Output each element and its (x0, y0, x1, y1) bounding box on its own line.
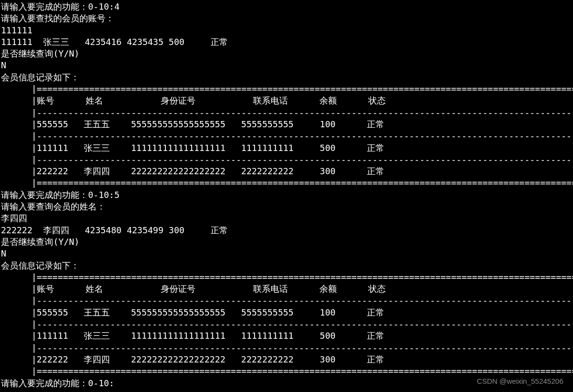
prompt-search-account: 请输入要查找的会员的账号： (1, 13, 573, 24)
prompt-continue-2: 是否继续查询(Y/N) (1, 236, 573, 248)
input-name[interactable]: 李四四 (1, 212, 573, 224)
list-header-2: 会员信息记录如下： (1, 260, 573, 271)
input-account[interactable]: 111111 (1, 25, 573, 36)
table-divider: |---------------------------------------… (1, 154, 573, 166)
table-border-bottom-2: |=======================================… (1, 365, 573, 377)
prompt-continue-1: 是否继续查询(Y/N) (1, 48, 573, 60)
table-header-1: |账号 姓名 身份证号 联系电话 余额 状态 (1, 95, 573, 106)
search-result-2: 222222 李四四 4235480 4235499 300 正常 (1, 225, 573, 236)
table-divider: |---------------------------------------… (1, 342, 573, 354)
input-continue-1[interactable]: N (1, 60, 573, 71)
prompt-func-4: 请输入要完成的功能：0-10:4 (1, 1, 573, 13)
prompt-search-name: 请输入要查询会员的姓名： (1, 201, 573, 212)
table-divider: |---------------------------------------… (1, 130, 573, 142)
table-row: |111111 张三三 111111111111111111 111111111… (1, 330, 573, 342)
search-result-1: 111111 张三三 4235416 4235435 500 正常 (1, 36, 573, 48)
list-header-1: 会员信息记录如下： (1, 72, 573, 83)
table-border-top-2: |=======================================… (1, 271, 573, 283)
table-row: |222222 李四四 222222222222222222 222222222… (1, 354, 573, 365)
table-border-top-1: |=======================================… (1, 83, 573, 95)
table-row: |555555 王五五 555555555555555555 555555555… (1, 307, 573, 318)
table-border-bottom-1: |=======================================… (1, 177, 573, 189)
watermark: CSDN @weixin_55245206 (477, 377, 563, 386)
prompt-func-5: 请输入要完成的功能：0-10:5 (1, 189, 573, 201)
table-row: |222222 李四四 222222222222222222 222222222… (1, 166, 573, 177)
table-row: |555555 王五五 555555555555555555 555555555… (1, 119, 573, 130)
table-divider: |---------------------------------------… (1, 318, 573, 330)
table-divider: |---------------------------------------… (1, 295, 573, 306)
input-continue-2[interactable]: N (1, 248, 573, 259)
table-row: |111111 张三三 111111111111111111 111111111… (1, 142, 573, 154)
table-divider: |---------------------------------------… (1, 107, 573, 119)
table-header-2: |账号 姓名 身份证号 联系电话 余额 状态 (1, 283, 573, 295)
